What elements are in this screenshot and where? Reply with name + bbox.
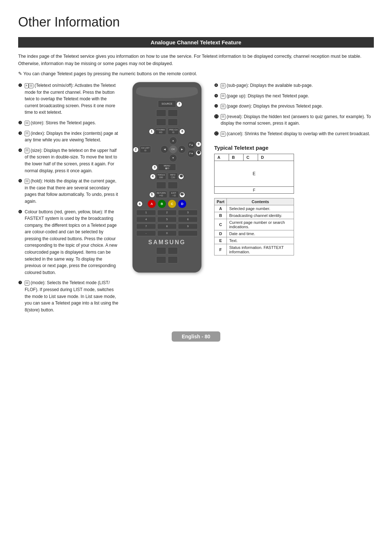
numpad: 1 2 3 4 5 6 7 8 9 - 0: [136, 210, 198, 236]
source-label: SOURCE: [162, 102, 172, 105]
info-button[interactable]: INFO ⓘ⊡ ⓫: [168, 173, 178, 180]
row-c-contents: Current page number or search indication…: [227, 219, 294, 230]
num-6[interactable]: 6: [178, 217, 198, 222]
color-button-row: 6 A B C D: [136, 200, 198, 208]
bottom-btn-2[interactable]: [168, 247, 178, 254]
teletext-cell-d: D: [258, 154, 294, 161]
num-0[interactable]: 0: [157, 230, 177, 236]
callout-12: ⓬: [179, 192, 185, 198]
page-up-button[interactable]: P▲ 9: [187, 141, 195, 149]
blank-btn-5[interactable]: [156, 182, 166, 189]
bottom-row-1: [136, 247, 198, 254]
source-button[interactable]: SOURCE 7: [158, 100, 176, 108]
nav-mid-row: ◀ OK ▶: [160, 145, 186, 153]
page-down-button[interactable]: P▼ ⓿: [187, 150, 195, 158]
num-4[interactable]: 4: [136, 217, 156, 222]
yellow-button[interactable]: C: [168, 200, 176, 208]
teletext-page-title: Typical Teletext page: [214, 145, 374, 151]
item-num-9: ❾: [214, 93, 218, 100]
red-button[interactable]: A: [148, 200, 156, 208]
ch-list-button[interactable]: CH LIST ⊡ 2: [140, 146, 151, 153]
nav-down-button[interactable]: ▼: [169, 154, 177, 162]
list-item-4: ❹ ⊡ (size): Displays the teletext on the…: [18, 147, 120, 174]
teletext-header-row: A B C D: [215, 154, 294, 161]
item-icon-8: ⊡: [221, 83, 225, 88]
tools-button[interactable]: TOOLS ⊡⊡ 4: [156, 173, 166, 180]
nav-ok-button[interactable]: OK: [169, 145, 177, 153]
remote-top: [136, 87, 198, 98]
blank-btn-3[interactable]: [156, 118, 166, 126]
row-f-part: F: [215, 244, 227, 255]
menu-button[interactable]: MENU ▦⊡ 3: [158, 164, 176, 171]
return-exit-row: RETURN ↩⊡ 5 EXIT →⊡ ⓬: [136, 191, 198, 198]
nav-up-button[interactable]: ▲: [169, 137, 177, 145]
item-text-10: (page down): Displays the previous Telet…: [226, 104, 323, 109]
bottom-btn-1[interactable]: [156, 247, 166, 254]
return-button[interactable]: RETURN ↩⊡ 5: [155, 191, 167, 198]
blue-button[interactable]: D: [178, 200, 186, 208]
item-icon-10: ⊡: [221, 104, 225, 109]
row-d-contents: Date and time.: [227, 230, 294, 237]
teletext-cell-a: A: [215, 154, 229, 161]
ttx-mix-button[interactable]: TTX/MIX ≡⊡ 1: [155, 128, 167, 135]
blank-btn-6[interactable]: [168, 182, 178, 189]
main-layout: ❶ ≡⊡ (Teletext on/mix/off): Activates th…: [18, 82, 374, 317]
bottom-btn-4[interactable]: [168, 256, 178, 263]
num-3[interactable]: 3: [178, 210, 198, 215]
num-2[interactable]: 2: [157, 210, 177, 215]
item-text-12: (cancel): Shrinks the Teletext display t…: [226, 131, 370, 136]
ttx-mix-icon: ≡⊡: [159, 131, 162, 134]
list-item-7: ❼ ⊡ (mode): Selects the Teletext mode (L…: [18, 279, 120, 313]
num-9[interactable]: 9: [178, 223, 198, 229]
callout-7: 7: [176, 101, 182, 107]
num-8[interactable]: 8: [157, 223, 177, 229]
pre-ch-button[interactable]: PRE-CH ⊡ 8: [168, 128, 179, 135]
right-column: ❽ ⊡ (sub-page): Displays the available s…: [214, 82, 374, 317]
table-row-c: C Current page number or search indicati…: [215, 219, 294, 230]
nav-cluster: CH LIST ⊡ 2 ▲ ◀ OK ▶ ▼: [136, 137, 198, 162]
exit-button[interactable]: EXIT →⊡ ⓬: [169, 191, 179, 198]
menu-label: MENU: [164, 165, 170, 167]
nav-right-button[interactable]: ▶: [178, 145, 186, 153]
item-icon-9: ⊡: [221, 93, 225, 98]
row-e-contents: Text.: [227, 237, 294, 244]
blank-btn-4[interactable]: [168, 118, 178, 126]
samsung-logo: SAMSUNG: [136, 239, 198, 246]
table-body: A Selected page number. B Broadcasting c…: [215, 205, 294, 255]
blank-btn-2[interactable]: [168, 109, 178, 117]
num-1[interactable]: 1: [136, 210, 156, 215]
item-text-3: (index): Displays the index (contents) p…: [25, 131, 118, 143]
green-button[interactable]: B: [158, 200, 166, 208]
list-item-2: ❷ ⊡ (store): Stores the Teletext pages.: [18, 120, 120, 126]
footer-badge: English - 80: [172, 331, 221, 342]
item-text-5: (hold): Holds the display at the current…: [25, 178, 118, 204]
item-text-9: (page up): Displays the next Teletext pa…: [226, 93, 309, 98]
blank-row-2: [136, 118, 198, 126]
row-d-part: D: [215, 230, 227, 237]
num-extra[interactable]: [178, 230, 198, 236]
list-item-1: ❶ ≡⊡ (Teletext on/mix/off): Activates th…: [18, 82, 120, 116]
nav-left-button[interactable]: ◀: [160, 145, 168, 153]
callout-2: 2: [133, 147, 139, 153]
list-item-12: ⓬ ⊡ (cancel): Shrinks the Teletext displ…: [214, 130, 374, 137]
item-num-10: ❿: [214, 103, 218, 110]
tip-text: You can change Teletext pages by pressin…: [18, 71, 374, 76]
list-item-3: ❸ ⊡ (index): Displays the index (content…: [18, 130, 120, 144]
item-num-11: ⓫: [214, 113, 219, 120]
num-dash[interactable]: -: [136, 230, 156, 236]
num-7[interactable]: 7: [136, 223, 156, 229]
row-c-part: C: [215, 219, 227, 230]
row-a-contents: Selected page number.: [227, 205, 294, 212]
info-icon: ⓘ⊡: [171, 176, 175, 179]
num-5[interactable]: 5: [157, 217, 177, 222]
callout-6: 6: [137, 201, 143, 207]
blank-btn-1[interactable]: [156, 109, 166, 117]
item-icon-12: ⊡: [221, 132, 225, 137]
table-row-a: A Selected page number.: [215, 205, 294, 212]
item-text-4: (size): Displays the teletext on the upp…: [25, 148, 117, 173]
page-title: Other Information: [18, 15, 374, 30]
return-label: RETURN: [157, 192, 166, 194]
item-num-4: ❹: [18, 147, 22, 154]
bottom-btn-3[interactable]: [156, 256, 166, 263]
item-icon-2: ⊡: [25, 120, 29, 125]
